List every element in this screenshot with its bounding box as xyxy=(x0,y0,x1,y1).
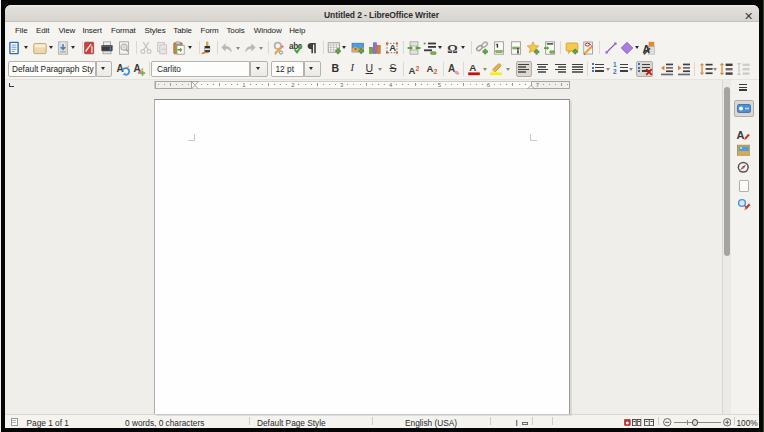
svg-text:A: A xyxy=(117,62,124,73)
svg-text:A: A xyxy=(469,62,476,73)
svg-text:A: A xyxy=(448,63,455,74)
svg-text:A: A xyxy=(389,42,396,53)
svg-text:A: A xyxy=(737,128,745,140)
svg-text:Ω: Ω xyxy=(447,41,457,55)
